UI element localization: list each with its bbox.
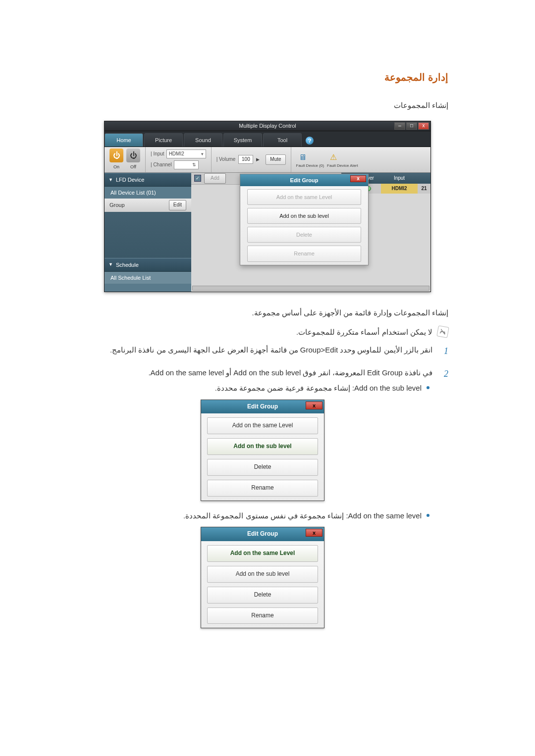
tab-tool[interactable]: Tool bbox=[263, 133, 302, 147]
steps-list: 1 انقر بالزر الأيمن للماوس وحدد Group>Ed… bbox=[87, 344, 448, 637]
step-2-text: في نافذة Edit Group المعروضة، انقر فوق A… bbox=[87, 367, 432, 379]
dialog-same-rename[interactable]: Rename bbox=[207, 607, 318, 624]
popup-close-button[interactable]: x bbox=[350, 175, 366, 182]
edit-group-popup-title: Edit Group x bbox=[240, 174, 368, 186]
mdc-toolbar: ⏻ On ⏻ Off | Input HDMI2 ▾ | Channel bbox=[105, 147, 430, 173]
dialog-sub-close-button[interactable]: x bbox=[306, 402, 322, 409]
mdc-window: Multiple Display Control – □ x Home Pict… bbox=[104, 121, 431, 292]
tab-picture[interactable]: Picture bbox=[144, 133, 183, 147]
dialog-sub-rename[interactable]: Rename bbox=[207, 480, 318, 497]
note-unique-text: لا يمكن استخدام أسماء متكررة للمجموعات. bbox=[296, 326, 432, 339]
power-off-button[interactable]: ⏻ bbox=[126, 149, 140, 162]
bullet-icon bbox=[427, 514, 429, 517]
dialog-same-add-same[interactable]: Add on the same Level bbox=[207, 545, 318, 562]
step-2: 2 في نافذة Edit Group المعروضة، انقر فوق… bbox=[87, 367, 448, 637]
mdc-main: ✓ Add Refresh te ower Input HDMI2 21 bbox=[191, 173, 430, 292]
checkbox-icon[interactable]: ✓ bbox=[194, 175, 201, 182]
edit-group-dialog-sub: Edit Group x Add on the same Level Add o… bbox=[201, 400, 324, 501]
grid-cell-id: 21 bbox=[418, 184, 430, 194]
input-select[interactable]: HDMI2 ▾ bbox=[166, 150, 206, 158]
mdc-titlebar: Multiple Display Control – □ x bbox=[105, 121, 430, 131]
add-button[interactable]: Add bbox=[204, 173, 226, 184]
dialog-sub-title: Edit Group x bbox=[201, 400, 324, 414]
chevron-down-icon: ▼ bbox=[108, 261, 113, 268]
window-maximize-button[interactable]: □ bbox=[406, 122, 417, 130]
chevron-down-icon: ▼ bbox=[108, 176, 113, 184]
dialog-same-add-sub[interactable]: Add on the sub level bbox=[207, 566, 318, 583]
tab-home[interactable]: Home bbox=[105, 133, 143, 147]
mdc-title: Multiple Display Control bbox=[107, 121, 428, 130]
chevron-down-icon: ▾ bbox=[201, 151, 204, 158]
step-1: 1 انقر بالزر الأيمن للماوس وحدد Group>Ed… bbox=[87, 344, 448, 359]
dialog-same-title: Edit Group x bbox=[201, 527, 324, 541]
power-off-label: Off bbox=[126, 163, 140, 171]
window-close-button[interactable]: x bbox=[418, 122, 429, 130]
tab-system[interactable]: System bbox=[223, 133, 262, 147]
sidebar-all-schedule-list[interactable]: All Schedule List bbox=[105, 272, 191, 284]
mute-button[interactable]: Mute bbox=[266, 154, 285, 165]
sidebar-all-device-list[interactable]: All Device List (01) bbox=[105, 187, 191, 199]
edit-group-dialog-same: Edit Group x Add on the same Level Add o… bbox=[201, 527, 324, 628]
bullet-sub-level: Add on the sub level: إنشاء مجموعة فرعية… bbox=[87, 382, 432, 395]
channel-label: | Channel bbox=[151, 161, 172, 169]
grid-cell-input: HDMI2 bbox=[381, 184, 418, 194]
dialog-same-close-button[interactable]: x bbox=[306, 529, 322, 537]
bullet-same-text: Add on the same level: إنشاء مجموعة في ن… bbox=[183, 510, 422, 522]
window-minimize-button[interactable]: – bbox=[394, 122, 405, 130]
bullet-sub-text: Add on the sub level: إنشاء مجموعة فرعية… bbox=[215, 382, 422, 395]
power-on-label: On bbox=[109, 163, 123, 171]
bullet-icon bbox=[427, 386, 429, 389]
help-icon[interactable]: ? bbox=[306, 137, 314, 145]
sidebar-lfd-header[interactable]: ▼ LFD Device bbox=[105, 173, 191, 187]
popup-rename[interactable]: Rename bbox=[247, 246, 361, 261]
sidebar-schedule-header[interactable]: ▼ Schedule bbox=[105, 258, 191, 272]
page-heading: إدارة المجموعة bbox=[87, 69, 448, 86]
mdc-sidebar: ▼ LFD Device All Device List (01) Group … bbox=[105, 173, 191, 292]
sidebar-group-row: Group Edit bbox=[105, 199, 191, 212]
sidebar-lfd-label: LFD Device bbox=[116, 175, 144, 184]
volume-label: | Volume bbox=[216, 155, 236, 164]
grid-col-input: Input bbox=[381, 173, 418, 184]
popup-add-sub-level[interactable]: Add on the sub level bbox=[247, 208, 361, 224]
horizontal-scrollbar[interactable] bbox=[192, 286, 429, 291]
edit-group-popup: Edit Group x Add on the same Level Add o… bbox=[240, 174, 369, 265]
popup-add-same-level[interactable]: Add on the same Level bbox=[247, 189, 361, 205]
dialog-sub-delete[interactable]: Delete bbox=[207, 459, 318, 476]
mdc-tabs: Home Picture Sound System Tool ? bbox=[105, 131, 430, 147]
popup-delete[interactable]: Delete bbox=[247, 227, 361, 243]
power-on-button[interactable]: ⏻ bbox=[109, 149, 123, 162]
note-unique-names: لا يمكن استخدام أسماء متكررة للمجموعات. bbox=[87, 326, 448, 339]
step-number-2: 2 bbox=[439, 367, 448, 637]
para-create-manage: إنشاء المجموعات وإدارة قائمة من الأجهزة … bbox=[87, 307, 448, 319]
step-number-1: 1 bbox=[439, 344, 448, 359]
volume-value[interactable]: 100 bbox=[238, 155, 253, 164]
fault-alert-icon[interactable]: ⚠ bbox=[327, 151, 340, 164]
sub-heading-create: إنشاء المجموعات bbox=[87, 100, 448, 112]
chevron-up-down-icon: ⇅ bbox=[192, 161, 196, 169]
sidebar-group-edit-button[interactable]: Edit bbox=[169, 200, 186, 210]
mdc-body: ▼ LFD Device All Device List (01) Group … bbox=[105, 173, 430, 292]
input-label: | Input bbox=[151, 150, 164, 158]
sidebar-schedule-label: Schedule bbox=[116, 260, 139, 269]
sidebar-group-label: Group bbox=[109, 201, 125, 209]
step-1-text: انقر بالزر الأيمن للماوس وحدد Group>Edit… bbox=[87, 344, 432, 359]
fault-device-label: Fault Device (0) bbox=[296, 164, 324, 168]
channel-select[interactable]: ⇅ bbox=[174, 160, 199, 169]
tab-sound[interactable]: Sound bbox=[184, 133, 222, 147]
volume-play-icon[interactable]: ▶ bbox=[256, 156, 260, 163]
fault-alert-label: Fault Device Alert bbox=[327, 164, 358, 168]
note-icon bbox=[436, 325, 449, 338]
dialog-same-delete[interactable]: Delete bbox=[207, 587, 318, 604]
bullet-same-level: Add on the same level: إنشاء مجموعة في ن… bbox=[87, 510, 432, 522]
input-select-value: HDMI2 bbox=[169, 150, 184, 158]
dialog-sub-add-same[interactable]: Add on the same Level bbox=[207, 417, 318, 434]
dialog-sub-add-sub[interactable]: Add on the sub level bbox=[207, 438, 318, 455]
fault-device-icon[interactable]: 🖥 bbox=[296, 151, 309, 164]
